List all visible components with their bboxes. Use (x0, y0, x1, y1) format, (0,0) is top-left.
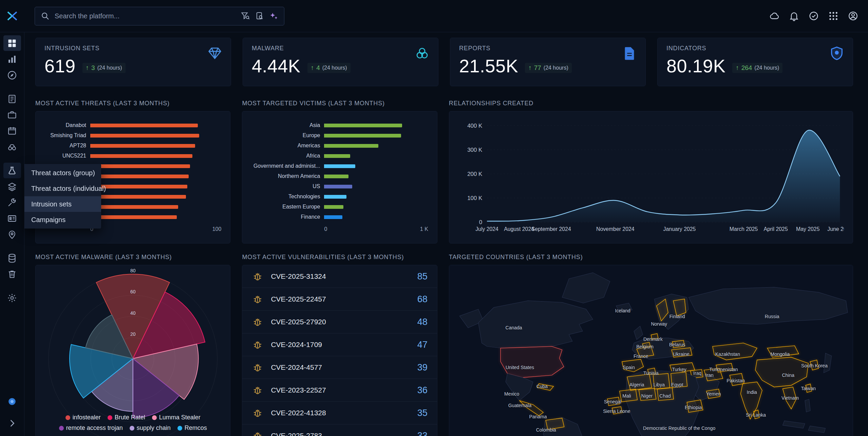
apps-grid-icon[interactable] (828, 11, 839, 21)
sidebar-item-dashboard[interactable] (3, 35, 21, 51)
stat-card-indicators: INDICATORS80.19K↑264(24 hours) (657, 38, 853, 86)
hbar-category-label: UNC5221 (44, 153, 90, 159)
hbar-bar (90, 124, 198, 127)
svg-text:September 2024: September 2024 (531, 226, 571, 232)
cve-row-cve-2025-22457[interactable]: CVE-2025-2245768 (242, 288, 437, 311)
legend-item-infostealer[interactable]: infostealer (65, 414, 101, 421)
sidebar-item-techniques[interactable] (3, 195, 21, 210)
map-label-guatemala: Guatemala (508, 403, 531, 408)
threats-submenu: Threat actors (group)Threat actors (indi… (24, 164, 101, 229)
search-input[interactable] (55, 12, 236, 20)
cve-row-cve-2024-1709[interactable]: CVE-2024-170947 (242, 333, 437, 356)
sidebar-item-collapse[interactable] (3, 415, 21, 431)
account-icon[interactable] (848, 11, 858, 21)
svg-text:40: 40 (130, 310, 136, 316)
map-label-colombia: Colombia (536, 427, 556, 433)
cve-row-cve-2022-41328[interactable]: CVE-2022-4132835 (242, 402, 437, 424)
hbar-track (324, 175, 428, 178)
map-label-ethiopia: Ethiopia (685, 405, 702, 410)
stat-delta-period: (24 hours) (97, 65, 122, 71)
sidebar-item-locations[interactable] (3, 226, 21, 242)
stat-label: REPORTS (459, 45, 637, 52)
most-active-malware-block: MOST ACTIVE MALWARE (LAST 3 MONTHS) 2040… (35, 254, 230, 436)
submenu-item-threat-actors-individual-[interactable]: Threat actors (individual) (24, 181, 101, 196)
cve-row-cve-2023-22527[interactable]: CVE-2023-2252736 (242, 379, 437, 402)
cve-row-cve-2025-2783[interactable]: CVE-2025-278333 (242, 424, 437, 436)
bug-icon (252, 339, 263, 350)
hbar-category-label: Americas (251, 143, 324, 149)
legend-dot (130, 426, 134, 431)
tasks-check-icon[interactable] (808, 11, 819, 21)
stat-delta-badge: ↑77(24 hours) (525, 63, 572, 73)
sidebar-item-reports[interactable] (3, 91, 21, 107)
filigran-icon (7, 396, 17, 407)
advanced-search-icon[interactable] (241, 11, 250, 21)
bulk-search-icon[interactable] (255, 11, 264, 21)
submenu-item-threat-actors-group-[interactable]: Threat actors (group) (24, 165, 101, 181)
hbar-row: Danabot (44, 120, 221, 130)
opencti-dashboard: Threat actors (group)Threat actors (indi… (0, 0, 868, 436)
sidebar-item-entities[interactable] (3, 211, 21, 226)
sidebar-item-events[interactable] (3, 123, 21, 139)
stat-value-row: 21.55K↑77(24 hours) (459, 55, 637, 76)
legend-item-remcos[interactable]: Remcos (177, 424, 207, 432)
map-label-turkey: Turkey (672, 367, 686, 372)
map-label-taiwan: Taiwan (801, 386, 816, 391)
legend-item-brute-ratel[interactable]: Brute Ratel (108, 414, 145, 421)
legend-item-supply-chain[interactable]: supply chain (130, 424, 171, 432)
sidebar-item-investigations[interactable] (3, 67, 21, 83)
sidebar (0, 32, 24, 436)
most-targeted-victims-block: MOST TARGETED VICTIMS (LAST 3 MONTHS) As… (242, 100, 437, 243)
sidebar-item-cases[interactable] (3, 107, 21, 123)
chart-title: MOST ACTIVE VULNERABILITIES (LAST 3 MONT… (242, 254, 437, 261)
map-label-belarus: Belarus (669, 342, 685, 347)
legend-item-lumma-stealer[interactable]: Lumma Stealer (152, 414, 201, 421)
svg-text:March 2025: March 2025 (730, 226, 758, 232)
stat-value: 4.44K (252, 55, 301, 76)
hbar-category-label: Technologies (251, 194, 324, 200)
map-label-mongolia: Mongolia (771, 351, 790, 357)
map-label-sierra-leone: Sierra Leone (603, 408, 630, 414)
hbar-bar (324, 124, 402, 127)
cve-row-cve-2025-27920[interactable]: CVE-2025-2792048 (242, 311, 437, 333)
sidebar-item-settings[interactable] (3, 290, 21, 306)
hbar-category-label: Northern America (251, 173, 324, 179)
axis-max-label: 1 K (420, 226, 428, 232)
notifications-icon[interactable] (789, 11, 799, 21)
submenu-item-campaigns[interactable]: Campaigns (24, 212, 101, 228)
sidebar-item-trash[interactable] (3, 266, 21, 282)
legend-item-remote-access-trojan[interactable]: remote access trojan (59, 424, 123, 432)
svg-text:400 K: 400 K (467, 123, 483, 129)
hbar-bar (90, 134, 199, 138)
svg-text:November 2024: November 2024 (596, 226, 635, 232)
map-label-senegal: Senegal (604, 399, 621, 404)
hbar-track (324, 215, 428, 219)
cve-row-cve-2024-4577[interactable]: CVE-2024-457739 (242, 356, 437, 379)
submenu-item-intrusion-sets[interactable]: Intrusion sets (24, 196, 101, 212)
cve-id: CVE-2025-22457 (271, 295, 417, 303)
threats-icon (7, 165, 17, 176)
stat-value: 21.55K (459, 55, 518, 76)
legend-label: Brute Ratel (115, 414, 145, 421)
relationships-area-chart: 0100 K200 K300 K400 KJuly 2024August 202… (458, 120, 844, 234)
ai-assistant-icon[interactable] (269, 11, 279, 21)
app-logo[interactable] (0, 9, 24, 23)
sidebar-item-analyses[interactable] (3, 51, 21, 67)
map-label-kazakhstan: Kazakhstan (715, 351, 740, 357)
sidebar-item-observations[interactable] (3, 139, 21, 155)
trash-icon (7, 269, 17, 279)
sidebar-item-filigran[interactable] (3, 394, 21, 409)
hbar-row: Government and administ... (251, 161, 428, 171)
hbar-track (324, 134, 428, 138)
hbar-row: Eastern Europe (251, 202, 428, 212)
hbar-bar (90, 144, 195, 148)
sidebar-item-threats[interactable] (3, 163, 21, 178)
stat-value-row: 619↑3(24 hours) (44, 55, 222, 76)
cve-id: CVE-2024-4577 (271, 363, 417, 371)
stat-delta-period: (24 hours) (322, 65, 347, 71)
sidebar-item-arsenal[interactable] (3, 179, 21, 194)
cve-row-cve-2025-31324[interactable]: CVE-2025-3132485 (242, 265, 437, 288)
cloud-sync-icon[interactable] (769, 11, 780, 21)
sidebar-item-data[interactable] (3, 250, 21, 266)
techniques-icon (7, 197, 17, 208)
